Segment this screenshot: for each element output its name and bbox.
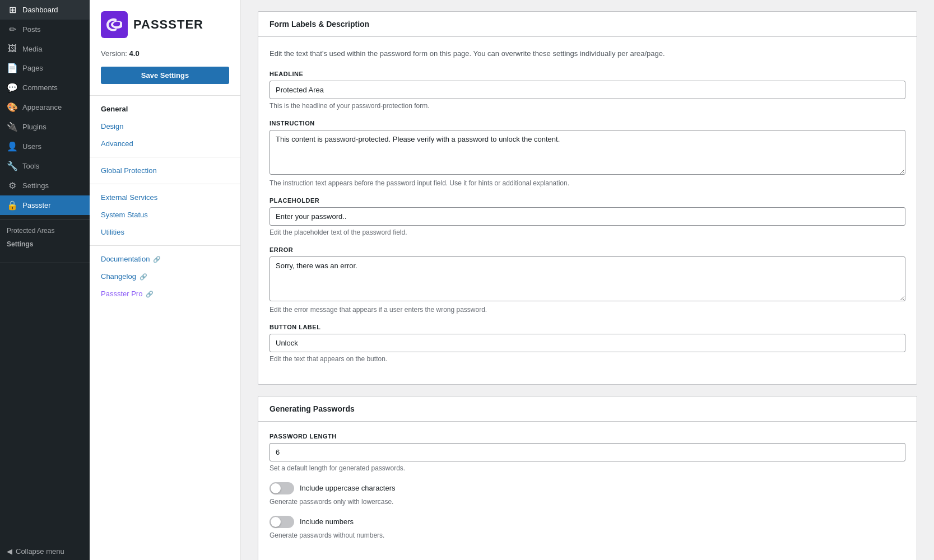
sidebar-item-passster[interactable]: 🔒 Passster — [0, 195, 90, 215]
uppercase-toggle-hint: Generate passwords only with lowercase. — [269, 498, 905, 506]
uppercase-toggle-row: Include uppercase characters — [269, 482, 905, 494]
sidebar-item-label: Dashboard — [22, 6, 58, 14]
collapse-menu-button[interactable]: ◀ Collapse menu — [0, 543, 90, 560]
save-settings-button[interactable]: Save Settings — [101, 67, 229, 84]
sidebar-item-pages[interactable]: 📄 Pages — [0, 58, 90, 78]
sidebar-item-plugins[interactable]: 🔌 Plugins — [0, 117, 90, 137]
sidebar-item-label: Tools — [22, 162, 39, 170]
placeholder-field-group: PLACEHOLDER Edit the placeholder text of… — [269, 197, 905, 236]
version-label: Version: — [101, 49, 127, 58]
nav-item-system-status[interactable]: System Status — [90, 206, 240, 223]
sidebar-item-appearance[interactable]: 🎨 Appearance — [0, 97, 90, 117]
numbers-toggle-group: Include numbers Generate passwords witho… — [269, 516, 905, 539]
comments-icon: 💬 — [7, 82, 18, 93]
sidebar-item-tools[interactable]: 🔧 Tools — [0, 156, 90, 176]
sidebar-item-label: Posts — [22, 25, 41, 34]
collapse-label: Collapse menu — [16, 547, 64, 556]
plugin-version: Version: 4.0 — [90, 49, 240, 67]
plugin-name: PASSSTER — [133, 17, 203, 32]
password-length-label: PASSWORD LENGTH — [269, 433, 905, 440]
documentation-label: Documentation — [101, 255, 150, 263]
headline-input[interactable] — [269, 81, 905, 99]
svg-rect-0 — [101, 11, 128, 38]
uppercase-toggle-label: Include uppercase characters — [300, 484, 396, 492]
sidebar-item-label: Users — [22, 142, 41, 151]
tools-icon: 🔧 — [7, 161, 18, 171]
plugin-nav: General Design Advanced Global Protectio… — [90, 95, 240, 302]
form-labels-card-body: Edit the text that's used within the pas… — [258, 37, 917, 384]
placeholder-input[interactable] — [269, 207, 905, 226]
nav-item-general[interactable]: General — [90, 100, 240, 118]
numbers-toggle-hint: Generate passwords without numbers. — [269, 531, 905, 539]
sidebar: ⊞ Dashboard ✏ Posts 🖼 Media 📄 Pages 💬 Co… — [0, 0, 90, 560]
numbers-toggle[interactable] — [269, 516, 294, 528]
main-wrapper: PASSSTER Version: 4.0 Save Settings Gene… — [90, 0, 934, 560]
settings-label: Settings — [7, 240, 33, 248]
plugins-icon: 🔌 — [7, 122, 18, 132]
placeholder-hint: Edit the placeholder text of the passwor… — [269, 228, 905, 236]
nav-separator-1 — [90, 157, 240, 157]
sidebar-settings[interactable]: Settings — [0, 237, 90, 251]
sidebar-item-label: Pages — [22, 64, 43, 72]
version-number: 4.0 — [129, 49, 140, 58]
password-length-input[interactable] — [269, 443, 905, 461]
passster-icon: 🔒 — [7, 200, 18, 211]
nav-item-advanced[interactable]: Advanced — [90, 135, 240, 152]
nav-item-global-protection[interactable]: Global Protection — [90, 162, 240, 179]
changelog-label: Changelog — [101, 272, 136, 281]
error-field-group: ERROR Sorry, there was an error. Edit th… — [269, 246, 905, 314]
posts-icon: ✏ — [7, 24, 18, 35]
sidebar-item-label: Plugins — [22, 123, 47, 131]
dashboard-icon: ⊞ — [7, 4, 18, 15]
generating-passwords-card: Generating Passwords PASSWORD LENGTH Set… — [258, 396, 917, 561]
form-labels-description: Edit the text that's used within the pas… — [269, 48, 905, 59]
nav-item-changelog[interactable]: Changelog 🔗 — [90, 268, 240, 285]
error-label: ERROR — [269, 246, 905, 253]
sidebar-item-users[interactable]: 👤 Users — [0, 137, 90, 156]
settings-icon: ⚙ — [7, 180, 18, 191]
error-hint: Edit the error message that appears if a… — [269, 306, 905, 314]
error-textarea[interactable]: Sorry, there was an error. — [269, 256, 905, 301]
nav-item-external-services[interactable]: External Services — [90, 189, 240, 206]
sidebar-item-media[interactable]: 🖼 Media — [0, 39, 90, 58]
nav-item-passster-pro[interactable]: Passster Pro 🔗 — [90, 285, 240, 302]
sidebar-item-dashboard[interactable]: ⊞ Dashboard — [0, 0, 90, 20]
sidebar-item-comments[interactable]: 💬 Comments — [0, 78, 90, 97]
instruction-hint: The instruction text appears before the … — [269, 179, 905, 187]
placeholder-label: PLACEHOLDER — [269, 197, 905, 204]
nav-item-design[interactable]: Design — [90, 118, 240, 135]
button-label-hint: Edit the text that appears on the button… — [269, 355, 905, 363]
uppercase-toggle[interactable] — [269, 482, 294, 494]
pages-icon: 📄 — [7, 63, 18, 73]
headline-hint: This is the headline of your password-pr… — [269, 102, 905, 110]
instruction-textarea[interactable]: This content is password-protected. Plea… — [269, 130, 905, 175]
sidebar-item-label: Appearance — [22, 103, 62, 111]
password-length-hint: Set a default length for generated passw… — [269, 464, 905, 472]
form-labels-card: Form Labels & Description Edit the text … — [258, 11, 917, 385]
headline-label: HEADLINE — [269, 71, 905, 77]
button-label-input[interactable] — [269, 334, 905, 352]
password-length-field-group: PASSWORD LENGTH Set a default length for… — [269, 433, 905, 472]
generating-passwords-card-title: Generating Passwords — [258, 396, 917, 422]
button-label-field-group: BUTTON LABEL Edit the text that appears … — [269, 324, 905, 363]
link-icon-changelog: 🔗 — [140, 273, 147, 280]
instruction-field-group: INSTRUCTION This content is password-pro… — [269, 120, 905, 187]
uppercase-toggle-group: Include uppercase characters Generate pa… — [269, 482, 905, 506]
sidebar-item-posts[interactable]: ✏ Posts — [0, 20, 90, 39]
sidebar-item-label: Comments — [22, 83, 58, 92]
link-icon-documentation: 🔗 — [153, 256, 161, 263]
sidebar-item-label: Passster — [22, 201, 51, 209]
link-icon-passster-pro: 🔗 — [146, 291, 154, 297]
sidebar-item-settings[interactable]: ⚙ Settings — [0, 176, 90, 195]
passster-pro-label: Passster Pro — [101, 290, 142, 298]
form-labels-card-title: Form Labels & Description — [258, 12, 917, 37]
users-icon: 👤 — [7, 141, 18, 152]
nav-separator-2 — [90, 184, 240, 184]
nav-item-utilities[interactable]: Utilities — [90, 223, 240, 241]
media-icon: 🖼 — [7, 44, 18, 54]
sidebar-item-label: Media — [22, 45, 42, 53]
passster-logo-icon — [101, 11, 128, 38]
nav-item-documentation[interactable]: Documentation 🔗 — [90, 250, 240, 268]
content-area: Form Labels & Description Edit the text … — [241, 0, 934, 560]
instruction-label: INSTRUCTION — [269, 120, 905, 127]
